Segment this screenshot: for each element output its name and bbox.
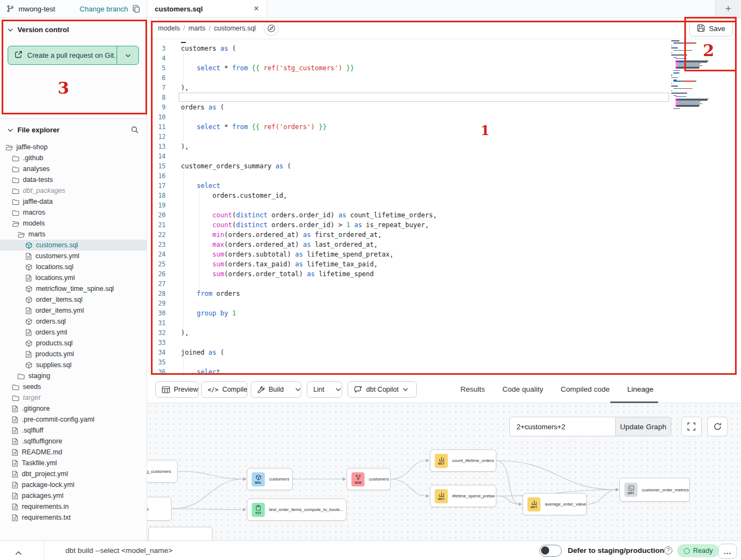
tree-item-packages.yml[interactable]: packages.yml	[0, 490, 147, 501]
editor-tab-customers-sql[interactable]: customers.sql ×	[147, 0, 267, 17]
lineage-node-test_order_items[interactable]: TSTtest_order_items_compute_to_bools...	[247, 498, 347, 521]
tree-item-label: order_items.yml	[35, 307, 84, 314]
command-input[interactable]: dbt build --select <model_name>	[65, 546, 173, 555]
tree-item-package-lock.yml[interactable]: package-lock.yml	[0, 479, 147, 490]
lint-button[interactable]: Lint	[307, 381, 342, 398]
chevron-up-icon[interactable]	[15, 549, 22, 557]
tree-item-supplies.sql[interactable]: supplies.sql	[0, 360, 147, 370]
model-icon	[26, 340, 32, 347]
tree-item-order_items.yml[interactable]: order_items.yml	[0, 305, 147, 316]
tree-item-.gitignore[interactable]: .gitignore	[0, 403, 147, 414]
lineage-selector-input[interactable]	[510, 417, 615, 436]
tree-item-.sqlfluffignore[interactable]: .sqlfluffignore	[0, 436, 147, 447]
lineage-node-lifetime_spend_pretax[interactable]: METlifetime_spend_pretax	[430, 485, 496, 507]
tree-item-staging[interactable]: staging	[0, 370, 147, 381]
update-graph-button[interactable]: Update Graph	[615, 417, 671, 436]
tree-item-label: .sqlfluff	[22, 427, 43, 434]
tree-item-.pre-commit-config.yaml[interactable]: .pre-commit-config.yaml	[0, 414, 147, 425]
tree-item-dbt_packages[interactable]: dbt_packages	[0, 185, 147, 196]
file-explorer-collapse-icon[interactable]	[8, 129, 13, 132]
lineage-node-partial_node[interactable]	[148, 527, 212, 540]
dbt-cloud-ide: mwong-test Change branch customers.sql ×…	[0, 0, 741, 560]
tab-compiled-code[interactable]: Compiled code	[561, 385, 610, 393]
code-editor[interactable]: 3customers as (45 select * from {{ ref('…	[147, 39, 741, 376]
chevron-down-icon[interactable]	[290, 382, 306, 397]
lineage-node-count_lifetime_orders[interactable]: METcount_lifetime_orders	[430, 449, 496, 472]
minimap[interactable]	[671, 40, 719, 109]
tree-item-.github[interactable]: .github	[0, 153, 147, 163]
version-control-collapse-icon[interactable]	[8, 28, 13, 32]
tree-item-target[interactable]: target	[0, 392, 147, 403]
tree-item-order_items.sql[interactable]: order_items.sql	[0, 294, 147, 305]
file-icon	[26, 351, 32, 358]
tree-item-.sqlfluff[interactable]: .sqlfluff	[0, 425, 147, 436]
tree-item-requirements.in[interactable]: requirements.in	[0, 501, 147, 512]
file-icon	[12, 514, 18, 521]
pr-dropdown-chevron[interactable]	[117, 46, 138, 64]
tree-item-requirements.txt[interactable]: requirements.txt	[0, 512, 147, 523]
folder-icon	[12, 199, 19, 205]
defer-toggle[interactable]	[539, 545, 562, 557]
build-button[interactable]: Build	[251, 381, 301, 398]
folder-icon	[12, 155, 19, 161]
breadcrumb-segment: marts	[189, 25, 205, 32]
copilot-compass-icon[interactable]	[264, 21, 279, 36]
tree-item-marts[interactable]: marts	[0, 229, 147, 240]
create-pull-request-button[interactable]: Create a pull request on Git...	[8, 46, 139, 65]
tree-item-seeds[interactable]: seeds	[0, 381, 147, 392]
node-label: test_order_items_compute_to_bools...	[269, 507, 343, 512]
lineage-panel[interactable]: MDLstg_customersMDLordersMDLcustomersTST…	[147, 403, 741, 540]
tree-item-README.md[interactable]: README.md	[0, 447, 147, 458]
tree-item-models[interactable]: models	[0, 218, 147, 229]
tree-item-customers.yml[interactable]: customers.yml	[0, 251, 147, 261]
chevron-down-icon[interactable]	[330, 382, 347, 397]
tree-item-label: supplies.sql	[36, 361, 71, 369]
tree-item-analyses[interactable]: analyses	[0, 163, 147, 174]
lineage-node-stg_customers[interactable]: MDLstg_customers	[147, 460, 178, 483]
tree-item-products.sql[interactable]: products.sql	[0, 338, 147, 349]
copy-icon[interactable]	[132, 5, 140, 13]
lineage-node-average_order_value[interactable]: METaverage_order_value	[523, 493, 587, 515]
tree-item-metricflow_time_spine.sql[interactable]: metricflow_time_spine.sql	[0, 283, 147, 294]
help-icon[interactable]: ?	[664, 546, 672, 555]
tree-item-locations.sql[interactable]: locations.sql	[0, 261, 147, 272]
folder-icon	[12, 384, 19, 390]
tree-item-Taskfile.yml[interactable]: Taskfile.yml	[0, 458, 147, 468]
lineage-node-customers_sem[interactable]: SEMcustomers	[347, 468, 391, 490]
more-options-button[interactable]: ...	[718, 544, 737, 559]
tree-item-products.yml[interactable]: products.yml	[0, 349, 147, 360]
tree-item-orders.sql[interactable]: orders.sql	[0, 316, 147, 327]
refresh-button[interactable]	[707, 417, 728, 436]
tree-item-label: products.yml	[35, 350, 74, 358]
tree-item-label: target	[23, 394, 40, 401]
tab-close-icon[interactable]: ×	[254, 4, 259, 13]
compile-button[interactable]: </>Compile	[201, 381, 247, 398]
tab-results[interactable]: Results	[460, 385, 485, 393]
file-icon	[12, 449, 18, 456]
tree-item-jaffle-data[interactable]: jaffle-data	[0, 196, 147, 207]
line-number: 13	[147, 142, 169, 151]
tab-lineage[interactable]: Lineage	[627, 385, 653, 393]
lineage-node-orders[interactable]: MDLorders	[147, 497, 172, 521]
dbt-copilot-button[interactable]: dbt Copilot	[348, 381, 417, 398]
tree-item-orders.yml[interactable]: orders.yml	[0, 327, 147, 338]
save-button[interactable]: Save	[689, 21, 733, 36]
tree-item-locations.yml[interactable]: locations.yml	[0, 272, 147, 283]
lineage-node-customer_order_metrics[interactable]: QRYcustomer_order_metrics	[619, 478, 690, 502]
search-icon[interactable]	[131, 126, 139, 134]
tree-item-dbt_project.yml[interactable]: dbt_project.yml	[0, 468, 147, 479]
tree-item-customers.sql[interactable]: customers.sql	[0, 240, 147, 251]
tab-code-quality[interactable]: Code quality	[502, 385, 543, 393]
tree-item-data-tests[interactable]: data-tests	[0, 174, 147, 185]
line-number: 22	[147, 230, 169, 240]
node-label: customers	[269, 477, 289, 482]
fullscreen-button[interactable]	[681, 417, 702, 436]
tree-item-label: products.sql	[36, 339, 72, 347]
tree-item-jaffle-shop[interactable]: jaffle-shop	[0, 142, 147, 153]
change-branch-link[interactable]: Change branch	[80, 5, 128, 13]
lineage-node-customers_mdl[interactable]: MDLcustomers	[247, 468, 293, 490]
preview-button[interactable]: Preview	[155, 381, 199, 398]
tree-item-macros[interactable]: macros	[0, 207, 147, 218]
new-tab-button[interactable]: +	[715, 0, 741, 17]
line-number: 12	[147, 132, 169, 142]
